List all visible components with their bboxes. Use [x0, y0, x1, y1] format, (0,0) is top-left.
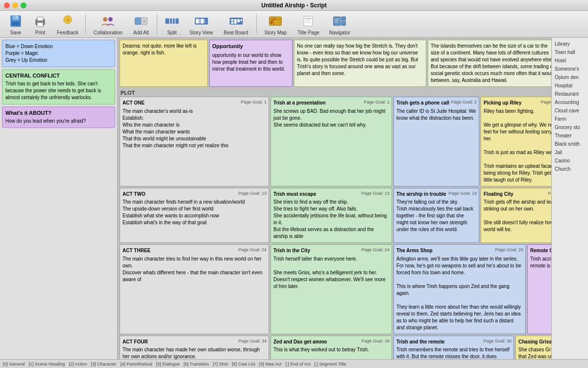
opportunity-title: Opportunity	[212, 43, 290, 50]
scene-riley-text: Riley has been fighting. We get a glimps…	[484, 108, 551, 184]
save-button[interactable]: Save	[4, 13, 27, 35]
sidebar-location-item[interactable]: Hospital	[554, 81, 586, 90]
navigator-button[interactable]: Navigator	[325, 13, 354, 35]
scene-remote-card[interactable]: Remote Control Page Goal: 27 Trish accid…	[527, 244, 551, 334]
act-one-card[interactable]: ACT ONE Page Goal: 1 The main character'…	[120, 97, 269, 186]
svg-rect-5	[37, 17, 43, 21]
scene-riley-card[interactable]: Picking up Riley Page Goal: 3 Riley has …	[481, 97, 551, 186]
sidebar-location-item[interactable]: Hotel	[554, 56, 586, 65]
sidebar-location-item[interactable]: Grocery sto	[554, 123, 586, 131]
toolbar: Save Print ★ Feedback	[0, 11, 588, 38]
bottom-bar-item[interactable]: [4] Parenthetical	[121, 362, 152, 367]
opportunity-card[interactable]: Opportunity opportunity in our world to …	[209, 40, 293, 87]
scene-airship-trouble-card[interactable]: The airship in trouble Page Goal: 19 The…	[393, 188, 479, 243]
bottom-bar-item[interactable]: [3] Character	[91, 362, 117, 367]
sidebar-location-item[interactable]: Church	[554, 165, 586, 173]
bottom-bar-item[interactable]: [;] Segment Title	[314, 362, 346, 367]
bottom-bar-item[interactable]: [9] New Act	[259, 362, 282, 367]
beat-board-button[interactable]: Beat Board	[219, 13, 253, 35]
scene-presentation-text: She screws up BAD. Bad enough that her j…	[273, 108, 389, 129]
svg-rect-16	[170, 18, 172, 24]
act-one-row: ACT ONE Page Goal: 1 The main character'…	[120, 97, 549, 186]
feedback-icon: ★	[60, 13, 75, 29]
svg-rect-29	[240, 19, 242, 21]
scene-floating-pg: Page Goal: 23	[548, 190, 551, 196]
print-icon	[32, 13, 48, 29]
svg-text:★: ★	[65, 17, 70, 23]
scene-phone-call-pg: Page Goal: 2	[451, 99, 477, 105]
scene-city-card[interactable]: Trish in the City Page Goal: 24 Trish he…	[270, 244, 392, 334]
sidebar-location-item[interactable]: Cloud cave	[554, 106, 586, 115]
window-controls[interactable]	[4, 2, 26, 8]
close-button[interactable]	[4, 2, 10, 8]
scene-remote2-pg: Page Goal: 35	[483, 338, 512, 344]
sidebar-location-item[interactable]: Casino	[554, 157, 586, 165]
bottom-bar-item[interactable]: [2] Action	[69, 362, 87, 367]
sidebar-location-item[interactable]: Farm	[554, 115, 586, 123]
svg-rect-2	[12, 22, 20, 26]
svg-rect-3	[14, 16, 15, 19]
sidebar-location-item[interactable]: Library	[554, 40, 586, 48]
bottom-bar-item[interactable]: [5] Dialogue	[156, 362, 180, 367]
bottom-bar-item[interactable]: [6] Transition	[184, 362, 209, 367]
scene-escape-card[interactable]: Trish must escape Page Goal: 13 She trie…	[270, 188, 392, 243]
print-button[interactable]: Print	[28, 13, 52, 35]
maximize-button[interactable]	[21, 2, 26, 8]
feedback-label: Feedback	[57, 30, 78, 35]
sidebar-location-item[interactable]: Town hall	[554, 48, 586, 56]
svg-rect-40	[342, 17, 346, 21]
svg-rect-7	[42, 20, 43, 21]
title-page-button[interactable]: Title Page	[293, 13, 324, 35]
sidebar-location-item[interactable]: Opium den	[554, 73, 586, 81]
world-text: No one can really say how big the Stretc…	[297, 43, 423, 77]
world-text-card[interactable]: No one can really say how big the Stretc…	[294, 40, 426, 87]
whats-about-panel: What's it ABOUT? How do you lead when yo…	[2, 106, 115, 128]
window-title: Untitled Airship - Script	[261, 2, 327, 9]
scene-presentation-pg: Page Goal: 1	[364, 99, 390, 105]
scene-phone-call-card[interactable]: Trish gets a phone call Page Goal: 2 The…	[393, 97, 479, 186]
scene-floating-city-card[interactable]: Floating City Page Goal: 23 Trish gets o…	[481, 188, 551, 243]
text-row: Deanna: not quite. more like left is ora…	[120, 40, 549, 87]
svg-rect-15	[165, 18, 169, 24]
deanna-note-text: Deanna: not quite. more like left is ora…	[122, 43, 205, 56]
split-button[interactable]: Split	[160, 13, 184, 35]
bottom-bar-item[interactable]: [7] Shot	[213, 362, 228, 367]
split-label: Split	[167, 30, 176, 35]
story-map-button[interactable]: Story Map	[260, 13, 292, 35]
sidebar-location-item[interactable]: Theater	[554, 131, 586, 140]
left-panel: Blue = Down Emotion Purple = Magic Grey …	[0, 38, 118, 368]
sidebar-location-item[interactable]: Black smith	[554, 140, 586, 148]
act-two-pg: Page Goal: 13	[238, 190, 267, 196]
split-icon	[164, 13, 180, 29]
bottom-bar-item[interactable]: [0] General	[3, 362, 25, 367]
scene-presentation-card[interactable]: Trish at a presentation Page Goal: 1 She…	[270, 97, 392, 186]
scene-arms-shop-card[interactable]: The Arms Shop Page Goal: 26 Arlington ar…	[393, 244, 526, 334]
act-two-text: The main character finds herself in a ne…	[122, 199, 266, 226]
sidebar-location-item[interactable]: Someone's	[554, 65, 586, 73]
act-three-card[interactable]: ACT THREE Page Goal: 24 The main charact…	[120, 244, 269, 334]
story-view-button[interactable]: Story View	[185, 13, 218, 35]
act-two-card[interactable]: ACT TWO Page Goal: 13 The main character…	[120, 188, 269, 243]
islands-text-card[interactable]: The islands themselves can be the size o…	[428, 40, 551, 87]
add-alt-button[interactable]: + Add Alt	[128, 13, 154, 35]
minimize-button[interactable]	[12, 2, 18, 8]
feedback-button[interactable]: ★ Feedback	[53, 13, 82, 35]
sidebar-location-item[interactable]: Accounting	[554, 98, 586, 106]
act-three-row: ACT THREE Page Goal: 24 The main charact…	[120, 244, 549, 334]
collaboration-label: Collaboration	[94, 30, 122, 35]
sidebar-location-item[interactable]: Jail	[554, 148, 586, 157]
act-three-pg: Page Goal: 24	[238, 247, 267, 253]
legend-panel: Blue = Down Emotion Purple = Magic Grey …	[2, 40, 115, 67]
bottom-bar-item[interactable]: [1] Scene Heading	[29, 362, 65, 367]
bottom-bar-item[interactable]: [8] Cast List	[232, 362, 255, 367]
deanna-note-card[interactable]: Deanna: not quite. more like left is ora…	[120, 40, 208, 87]
sidebar-location-item[interactable]: Restaurant	[554, 90, 586, 98]
act-one-text: The main character's world as-is Establi…	[122, 108, 266, 149]
scene-floating-title: Floating City	[484, 191, 551, 198]
title-bar: Untitled Airship - Script	[0, 0, 588, 11]
bottom-bar-item[interactable]: [;] End of Act	[285, 362, 310, 367]
title-page-label: Title Page	[297, 30, 319, 35]
print-label: Print	[35, 30, 46, 35]
collaboration-button[interactable]: Collaboration	[89, 13, 127, 35]
svg-rect-27	[234, 19, 237, 24]
